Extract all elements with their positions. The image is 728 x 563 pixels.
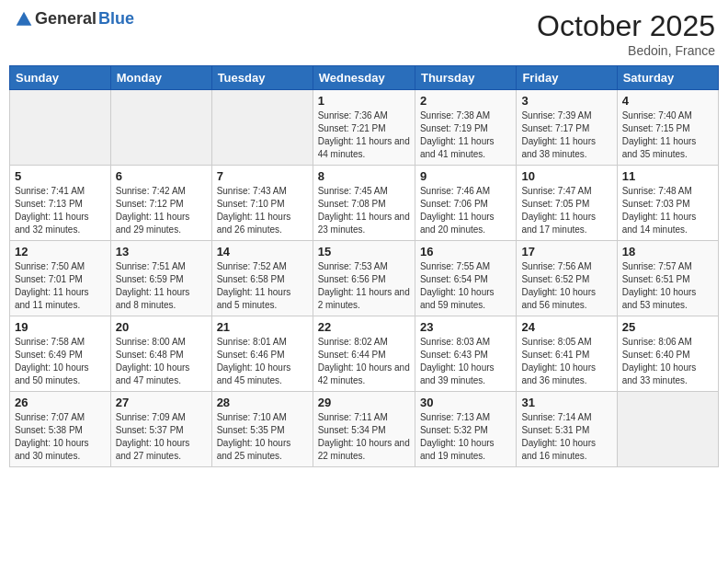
calendar-cell: 11Sunrise: 7:48 AM Sunset: 7:03 PM Dayli…: [617, 166, 718, 241]
calendar-cell: 17Sunrise: 7:56 AM Sunset: 6:52 PM Dayli…: [517, 241, 617, 316]
day-info: Sunrise: 8:01 AM Sunset: 6:46 PM Dayligh…: [217, 336, 308, 387]
day-number: 26: [15, 396, 106, 409]
day-number: 31: [521, 396, 611, 409]
day-number: 28: [217, 396, 308, 409]
day-number: 23: [420, 320, 511, 334]
day-number: 29: [318, 396, 410, 409]
day-info: Sunrise: 7:47 AM Sunset: 7:05 PM Dayligh…: [521, 185, 611, 236]
day-info: Sunrise: 7:45 AM Sunset: 7:08 PM Dayligh…: [318, 185, 410, 236]
location: Bedoin, France: [537, 43, 715, 58]
day-info: Sunrise: 7:42 AM Sunset: 7:12 PM Dayligh…: [116, 185, 207, 236]
calendar-cell: [10, 90, 111, 166]
calendar-cell: 20Sunrise: 8:00 AM Sunset: 6:48 PM Dayli…: [110, 316, 211, 392]
calendar-cell: 21Sunrise: 8:01 AM Sunset: 6:46 PM Dayli…: [211, 316, 313, 392]
calendar-cell: 14Sunrise: 7:52 AM Sunset: 6:58 PM Dayli…: [211, 241, 313, 316]
calendar-table: SundayMondayTuesdayWednesdayThursdayFrid…: [9, 65, 719, 467]
day-info: Sunrise: 7:14 AM Sunset: 5:31 PM Dayligh…: [521, 411, 611, 463]
calendar-cell: 10Sunrise: 7:47 AM Sunset: 7:05 PM Dayli…: [517, 166, 617, 241]
calendar-cell: 6Sunrise: 7:42 AM Sunset: 7:12 PM Daylig…: [110, 166, 211, 241]
calendar-cell: 4Sunrise: 7:40 AM Sunset: 7:15 PM Daylig…: [617, 90, 718, 166]
day-number: 11: [622, 169, 713, 183]
svg-marker-0: [17, 11, 32, 25]
day-number: 8: [318, 169, 410, 183]
calendar-cell: 13Sunrise: 7:51 AM Sunset: 6:59 PM Dayli…: [110, 241, 211, 316]
day-number: 4: [622, 94, 713, 108]
day-number: 17: [521, 245, 611, 259]
day-number: 9: [420, 169, 511, 183]
day-number: 18: [622, 245, 713, 259]
day-info: Sunrise: 7:51 AM Sunset: 6:59 PM Dayligh…: [116, 260, 207, 312]
calendar-cell: 31Sunrise: 7:14 AM Sunset: 5:31 PM Dayli…: [517, 392, 617, 467]
month-title: October 2025: [537, 9, 715, 43]
day-number: 25: [622, 320, 713, 334]
day-number: 5: [15, 169, 106, 183]
calendar-cell: 28Sunrise: 7:10 AM Sunset: 5:35 PM Dayli…: [211, 392, 313, 467]
calendar-cell: 26Sunrise: 7:07 AM Sunset: 5:38 PM Dayli…: [10, 392, 111, 467]
calendar-cell: 22Sunrise: 8:02 AM Sunset: 6:44 PM Dayli…: [313, 316, 415, 392]
day-number: 7: [217, 169, 308, 183]
day-info: Sunrise: 7:57 AM Sunset: 6:51 PM Dayligh…: [622, 260, 713, 312]
day-info: Sunrise: 7:50 AM Sunset: 7:01 PM Dayligh…: [15, 260, 106, 312]
calendar-cell: [110, 90, 211, 166]
calendar-cell: 23Sunrise: 8:03 AM Sunset: 6:43 PM Dayli…: [415, 316, 516, 392]
day-info: Sunrise: 7:46 AM Sunset: 7:06 PM Dayligh…: [420, 185, 511, 236]
day-info: Sunrise: 7:40 AM Sunset: 7:15 PM Dayligh…: [622, 109, 713, 161]
weekday-header-thursday: Thursday: [415, 66, 516, 90]
day-info: Sunrise: 7:52 AM Sunset: 6:58 PM Dayligh…: [217, 260, 308, 312]
calendar-cell: [211, 90, 313, 166]
day-number: 27: [116, 396, 207, 409]
weekday-header-tuesday: Tuesday: [211, 66, 313, 90]
calendar-cell: 8Sunrise: 7:45 AM Sunset: 7:08 PM Daylig…: [313, 166, 415, 241]
week-row-3: 12Sunrise: 7:50 AM Sunset: 7:01 PM Dayli…: [10, 241, 719, 316]
weekday-header-wednesday: Wednesday: [313, 66, 415, 90]
day-info: Sunrise: 8:02 AM Sunset: 6:44 PM Dayligh…: [318, 336, 410, 387]
day-info: Sunrise: 8:03 AM Sunset: 6:43 PM Dayligh…: [420, 336, 511, 387]
day-info: Sunrise: 7:13 AM Sunset: 5:32 PM Dayligh…: [420, 411, 511, 463]
day-info: Sunrise: 7:07 AM Sunset: 5:38 PM Dayligh…: [15, 411, 106, 463]
day-number: 15: [318, 245, 410, 259]
day-number: 20: [116, 320, 207, 334]
day-info: Sunrise: 7:39 AM Sunset: 7:17 PM Dayligh…: [521, 109, 611, 161]
day-info: Sunrise: 7:48 AM Sunset: 7:03 PM Dayligh…: [622, 185, 713, 236]
day-number: 2: [420, 94, 511, 108]
calendar-cell: 15Sunrise: 7:53 AM Sunset: 6:56 PM Dayli…: [313, 241, 415, 316]
calendar-cell: [617, 392, 718, 467]
calendar-cell: 5Sunrise: 7:41 AM Sunset: 7:13 PM Daylig…: [10, 166, 111, 241]
day-info: Sunrise: 7:36 AM Sunset: 7:21 PM Dayligh…: [318, 109, 410, 161]
day-number: 14: [217, 245, 308, 259]
title-block: October 2025 Bedoin, France: [537, 9, 715, 58]
week-row-1: 1Sunrise: 7:36 AM Sunset: 7:21 PM Daylig…: [10, 90, 719, 166]
calendar-cell: 18Sunrise: 7:57 AM Sunset: 6:51 PM Dayli…: [617, 241, 718, 316]
day-info: Sunrise: 8:06 AM Sunset: 6:40 PM Dayligh…: [622, 336, 713, 387]
weekday-header-monday: Monday: [110, 66, 211, 90]
calendar-cell: 9Sunrise: 7:46 AM Sunset: 7:06 PM Daylig…: [415, 166, 516, 241]
calendar-cell: 1Sunrise: 7:36 AM Sunset: 7:21 PM Daylig…: [313, 90, 415, 166]
day-info: Sunrise: 8:05 AM Sunset: 6:41 PM Dayligh…: [521, 336, 611, 387]
weekday-header-saturday: Saturday: [617, 66, 718, 90]
day-info: Sunrise: 7:09 AM Sunset: 5:37 PM Dayligh…: [116, 411, 207, 463]
calendar-cell: 27Sunrise: 7:09 AM Sunset: 5:37 PM Dayli…: [110, 392, 211, 467]
day-info: Sunrise: 7:10 AM Sunset: 5:35 PM Dayligh…: [217, 411, 308, 463]
day-info: Sunrise: 7:38 AM Sunset: 7:19 PM Dayligh…: [420, 109, 511, 161]
week-row-5: 26Sunrise: 7:07 AM Sunset: 5:38 PM Dayli…: [10, 392, 719, 467]
logo: General Blue: [13, 9, 134, 29]
calendar-cell: 30Sunrise: 7:13 AM Sunset: 5:32 PM Dayli…: [415, 392, 516, 467]
logo-icon: [15, 10, 33, 29]
day-number: 1: [318, 94, 410, 108]
day-number: 13: [116, 245, 207, 259]
logo-text-general: General: [35, 9, 97, 29]
day-info: Sunrise: 8:00 AM Sunset: 6:48 PM Dayligh…: [116, 336, 207, 387]
page-header: General Blue October 2025 Bedoin, France: [9, 9, 719, 58]
day-info: Sunrise: 7:43 AM Sunset: 7:10 PM Dayligh…: [217, 185, 308, 236]
day-number: 16: [420, 245, 511, 259]
day-info: Sunrise: 7:58 AM Sunset: 6:49 PM Dayligh…: [15, 336, 106, 387]
weekday-header-sunday: Sunday: [10, 66, 111, 90]
day-number: 22: [318, 320, 410, 334]
calendar-cell: 2Sunrise: 7:38 AM Sunset: 7:19 PM Daylig…: [415, 90, 516, 166]
calendar-cell: 16Sunrise: 7:55 AM Sunset: 6:54 PM Dayli…: [415, 241, 516, 316]
day-number: 3: [521, 94, 611, 108]
calendar-cell: 29Sunrise: 7:11 AM Sunset: 5:34 PM Dayli…: [313, 392, 415, 467]
day-number: 6: [116, 169, 207, 183]
logo-text-blue: Blue: [98, 9, 134, 29]
calendar-cell: 7Sunrise: 7:43 AM Sunset: 7:10 PM Daylig…: [211, 166, 313, 241]
